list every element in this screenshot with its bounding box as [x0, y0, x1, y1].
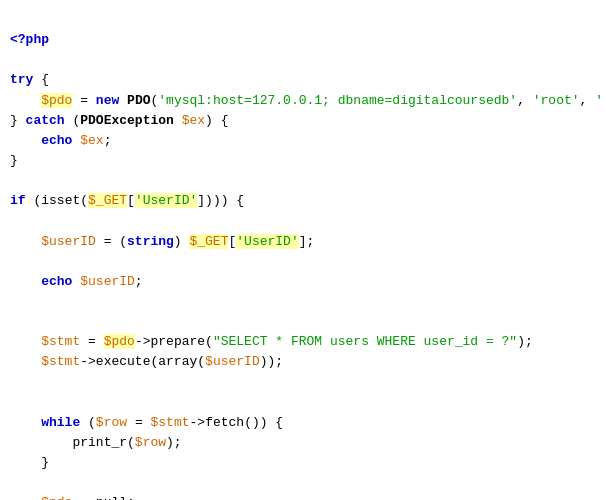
stmt-prepare-line: $stmt = $pdo->prepare("SELECT * FROM use…: [10, 334, 533, 349]
catch-line: } catch (PDOException $ex) {: [10, 113, 229, 128]
if-isset-line: if (isset($_GET['UserID']))) {: [10, 193, 244, 208]
close-catch: }: [10, 153, 18, 168]
print-r-line: print_r($row);: [10, 435, 182, 450]
close-while: }: [10, 455, 49, 470]
php-open-tag: <?php: [10, 32, 49, 47]
pdo-init-line: $pdo = new PDO('mysql:host=127.0.0.1; db…: [10, 93, 606, 108]
code-editor: <?php try { $pdo = new PDO('mysql:host=1…: [10, 10, 590, 500]
while-line: while ($row = $stmt->fetch()) {: [10, 415, 283, 430]
userid-assign-line: $userID = (string) $_GET['UserID'];: [10, 234, 314, 249]
stmt-execute-line: $stmt->execute(array($userID));: [10, 354, 283, 369]
pdo-null-line: $pdo = null;: [10, 495, 135, 500]
echo-userid-line: echo $userID;: [10, 274, 143, 289]
try-keyword: try {: [10, 72, 49, 87]
echo-ex-line: echo $ex;: [10, 133, 111, 148]
